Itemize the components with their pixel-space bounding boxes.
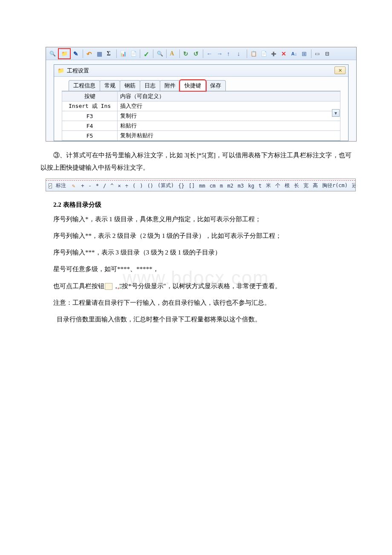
main-toolbar xyxy=(46,47,356,60)
unit-m2[interactable]: m2 xyxy=(226,183,234,189)
op-braces[interactable]: {} xyxy=(177,183,185,189)
tab-project-info[interactable]: 工程信息 xyxy=(69,80,100,91)
tabs-bar: 工程信息 常规 钢筋 日志 附件 快捷键 保存 xyxy=(54,77,348,91)
section-2-2-p6: 注意：工程量请在目录行下一行输入，勿在目录行输入，该行也不参与汇总。 xyxy=(40,297,352,309)
tree-expand-icon[interactable] xyxy=(105,283,112,290)
op-rparen[interactable]: ) xyxy=(138,183,144,189)
unit-m[interactable]: m xyxy=(219,183,224,189)
section-2-2-p5: 也可点工具栏按钮，"按*号分级显示"，以树状方式显示表格，非常便于查看。 xyxy=(40,280,352,292)
unit-gen[interactable]: 根 xyxy=(283,182,291,189)
search-icon[interactable] xyxy=(48,49,57,58)
table-icon[interactable] xyxy=(300,49,309,58)
unit-mi[interactable]: 米 xyxy=(265,182,272,189)
undo-icon[interactable] xyxy=(85,49,94,58)
sort-icon[interactable] xyxy=(290,49,299,58)
tab-save[interactable]: 保存 xyxy=(205,80,226,91)
project-settings-dialog: 📁 工程设置 ✕ 工程信息 常规 钢筋 日志 附件 快捷键 保存 按键 内容（可… xyxy=(54,64,349,141)
scroll-down-icon[interactable]: ▼ xyxy=(332,109,340,117)
document-icon[interactable] xyxy=(129,49,138,58)
settings-button[interactable] xyxy=(60,49,69,58)
delete-icon[interactable] xyxy=(280,49,289,58)
sigma-icon[interactable] xyxy=(105,49,115,58)
table-row[interactable]: F5 复制并粘贴行 xyxy=(62,131,340,141)
section-2-2-p4: 星号可任意多级，如可****、*****， xyxy=(40,263,352,275)
tab-shortcut[interactable]: 快捷键 xyxy=(180,80,206,91)
section-2-2-p3: 序号列输入***，表示 3 级目录（3 级为 2 级 1 级的子目录） xyxy=(40,246,352,259)
section-2-2-heading: 2.2 表格目录分级 xyxy=(40,201,352,209)
unit-chang[interactable]: 长 xyxy=(293,182,300,189)
edit-icon[interactable] xyxy=(72,49,81,58)
paragraph-note-3: ③、计算式可在中括号里输入标注文字，比如 3[长]*5[宽]，可以借用表格下方标… xyxy=(40,149,352,174)
unit-kuan[interactable]: 宽 xyxy=(302,182,310,189)
op-parens[interactable]: () xyxy=(146,183,154,189)
unit-kg[interactable]: kg xyxy=(247,183,255,189)
op-minus[interactable]: - xyxy=(87,183,93,189)
unit-t[interactable]: t xyxy=(257,183,263,189)
op-star[interactable]: * xyxy=(95,183,100,189)
section-2-2-p7: 目录行倍数里面输入倍数，汇总时整个目录下工程量都将乘以这个倍数。 xyxy=(40,313,352,326)
label-toolbar: ✓ 标注 ✎ + - * / ^ × ÷ ( ) () (算式) {} [] m… xyxy=(46,181,355,191)
op-caret[interactable]: ^ xyxy=(109,183,115,189)
tab-log[interactable]: 日志 xyxy=(140,80,160,91)
screenshot-label-toolbar: ✓ 标注 ✎ + - * / ^ × ÷ ( ) () (算式) {} [] m… xyxy=(46,179,356,191)
label-text: 标注 xyxy=(55,182,67,189)
op-plus[interactable]: + xyxy=(80,183,85,189)
unit-xiongjing[interactable]: 胸径r(cm) xyxy=(321,182,349,189)
window-icon[interactable] xyxy=(313,49,323,58)
tab-rebar[interactable]: 钢筋 xyxy=(120,80,140,91)
check-icon[interactable] xyxy=(142,49,151,58)
dialog-icon: 📁 xyxy=(58,67,64,74)
op-divide[interactable]: ÷ xyxy=(124,183,130,189)
copy-icon[interactable] xyxy=(249,49,258,58)
table-row[interactable]: F4 粘贴行 xyxy=(62,121,340,131)
font-icon[interactable] xyxy=(168,49,178,58)
section-2-2-p2: 序号列输入**，表示 2 级目录（2 级为 1 级的子目录），比如可表示子分部工… xyxy=(40,230,352,242)
p5-text-a: 也可点工具栏按钮 xyxy=(53,283,104,289)
unit-guanfu[interactable]: 冠幅(cm) xyxy=(351,182,355,189)
arrow-up-icon[interactable] xyxy=(225,49,235,58)
screenshot-settings-dialog: 📁 工程设置 ✕ 工程信息 常规 钢筋 日志 附件 快捷键 保存 按键 内容（可… xyxy=(46,47,357,142)
unit-mm[interactable]: mm xyxy=(198,183,206,189)
chart-icon[interactable] xyxy=(118,49,128,58)
op-times[interactable]: × xyxy=(116,183,122,189)
p5-text-b: ，"按*号分级显示"，以树状方式显示表格，非常便于查看。 xyxy=(113,283,281,289)
grid-icon[interactable] xyxy=(95,49,104,58)
refresh-icon[interactable] xyxy=(182,49,191,58)
table-header-key: 按键 xyxy=(62,92,118,101)
arrow-right-icon[interactable] xyxy=(215,49,225,58)
table-header-value: 内容（可自定义） xyxy=(118,92,340,101)
op-lparen[interactable]: ( xyxy=(131,183,137,189)
unit-cm[interactable]: cm xyxy=(208,183,217,189)
annotate-tool-icon[interactable]: ✎ xyxy=(71,183,76,189)
find-icon[interactable] xyxy=(155,49,164,58)
cycle-icon[interactable] xyxy=(192,49,201,58)
shortcut-table: 按键 内容（可自定义） Insert 或 Ins 插入空行 F3 复制行 F4 … xyxy=(62,91,340,141)
op-formula[interactable]: (算式) xyxy=(156,182,175,189)
dialog-title: 工程设置 xyxy=(67,67,89,75)
unit-m3[interactable]: m3 xyxy=(236,183,245,189)
op-brackets[interactable]: [] xyxy=(187,183,196,189)
unit-gao[interactable]: 高 xyxy=(311,182,319,189)
table-row[interactable]: Insert 或 Ins 插入空行 xyxy=(62,101,340,111)
table-row[interactable]: F3 复制行 xyxy=(62,111,340,121)
paste-icon[interactable] xyxy=(259,49,268,58)
close-button[interactable]: ✕ xyxy=(334,66,346,74)
op-slash[interactable]: / xyxy=(102,183,107,189)
section-2-2-p1: 序号列输入*，表示 1 级目录，具体意义用户指定，比如可表示分部工程； xyxy=(40,213,352,225)
tab-general[interactable]: 常规 xyxy=(100,80,120,91)
end-icon[interactable] xyxy=(323,49,333,58)
tab-attachment[interactable]: 附件 xyxy=(160,80,180,91)
insert-row-icon[interactable] xyxy=(269,49,279,58)
arrow-down-icon[interactable] xyxy=(236,49,245,58)
arrow-left-icon[interactable] xyxy=(205,49,214,58)
unit-ge[interactable]: 个 xyxy=(274,182,282,189)
label-checkbox[interactable]: ✓ xyxy=(49,183,52,188)
